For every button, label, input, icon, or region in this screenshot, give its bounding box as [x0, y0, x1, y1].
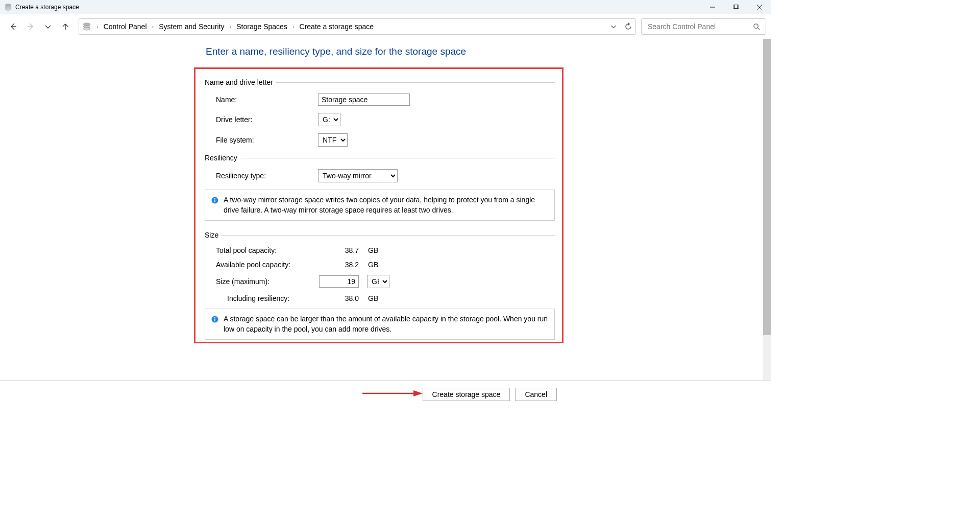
forward-button[interactable] [22, 18, 39, 35]
svg-line-15 [757, 28, 760, 30]
back-button[interactable] [5, 18, 21, 35]
chevron-right-icon: › [96, 24, 99, 30]
refresh-icon[interactable] [624, 22, 632, 31]
recent-locations-button[interactable] [40, 18, 56, 35]
search-icon [753, 23, 761, 31]
size-max-unit-select[interactable]: GB [367, 275, 389, 288]
resiliency-type-label: Resiliency type: [216, 172, 318, 180]
svg-point-12 [83, 28, 90, 30]
drive-letter-label: Drive letter: [216, 115, 318, 124]
available-pool-label: Available pool capacity: [216, 261, 344, 269]
including-res-unit: GB [368, 294, 378, 302]
section-size: Size [205, 231, 555, 239]
resiliency-info-text: A two-way mirror storage space writes tw… [224, 195, 548, 215]
available-pool-unit: GB [368, 261, 378, 269]
minimize-button[interactable] [701, 0, 724, 14]
svg-rect-20 [214, 319, 215, 321]
cancel-button[interactable]: Cancel [515, 388, 557, 401]
name-input[interactable] [318, 93, 410, 106]
drive-letter-select[interactable]: G: [318, 113, 340, 126]
chevron-right-icon: › [152, 24, 154, 30]
chevron-right-icon: › [230, 24, 232, 30]
form-highlight-box: Name and drive letter Name: Drive letter… [194, 67, 564, 343]
create-storage-space-button[interactable]: Create storage space [423, 388, 510, 401]
svg-rect-4 [733, 5, 738, 9]
including-res-value: 38.0 [344, 294, 359, 302]
svg-point-2 [5, 8, 11, 10]
name-label: Name: [216, 96, 318, 104]
file-system-select[interactable]: NTFS [318, 133, 348, 147]
info-icon [211, 316, 218, 323]
including-res-label: Including resiliency: [227, 294, 344, 302]
search-box[interactable] [641, 18, 766, 35]
scrollbar-thumb[interactable] [763, 39, 771, 335]
section-name-drive: Name and drive letter [205, 78, 555, 86]
maximize-button[interactable] [724, 0, 748, 14]
total-pool-unit: GB [368, 246, 378, 254]
breadcrumb-item[interactable]: Control Panel [104, 22, 147, 31]
up-button[interactable] [57, 18, 74, 35]
breadcrumb-item[interactable]: Storage Spaces [236, 22, 287, 31]
breadcrumb-item[interactable]: Create a storage space [300, 22, 374, 31]
window-title: Create a storage space [15, 4, 79, 11]
svg-point-21 [214, 317, 215, 318]
annotation-arrow-icon [362, 383, 424, 404]
svg-rect-17 [214, 200, 215, 202]
size-max-input[interactable] [319, 275, 359, 288]
storage-spaces-icon [82, 22, 91, 31]
size-info-box: A storage space can be larger than the a… [205, 309, 555, 340]
search-input[interactable] [647, 22, 744, 31]
total-pool-value: 38.7 [344, 246, 359, 254]
file-system-label: File system: [216, 136, 318, 144]
resiliency-info-box: A two-way mirror storage space writes tw… [205, 190, 555, 221]
size-info-text: A storage space can be larger than the a… [224, 314, 548, 334]
resiliency-type-select[interactable]: Two-way mirror [318, 169, 398, 182]
address-bar[interactable]: › Control Panel › System and Security › … [79, 18, 636, 35]
page-title: Enter a name, resiliency type, and size … [206, 46, 771, 57]
info-icon [211, 197, 218, 204]
svg-rect-5 [734, 5, 739, 9]
close-button[interactable] [748, 0, 771, 14]
breadcrumb-item[interactable]: System and Security [159, 22, 224, 31]
svg-marker-23 [413, 390, 423, 396]
svg-point-14 [754, 24, 758, 28]
available-pool-value: 38.2 [344, 261, 359, 269]
chevron-right-icon: › [292, 24, 295, 30]
chevron-down-icon[interactable] [610, 23, 617, 30]
section-resiliency: Resiliency [205, 154, 555, 162]
total-pool-label: Total pool capacity: [216, 246, 344, 254]
storage-spaces-icon [4, 3, 12, 11]
svg-point-18 [214, 198, 215, 199]
